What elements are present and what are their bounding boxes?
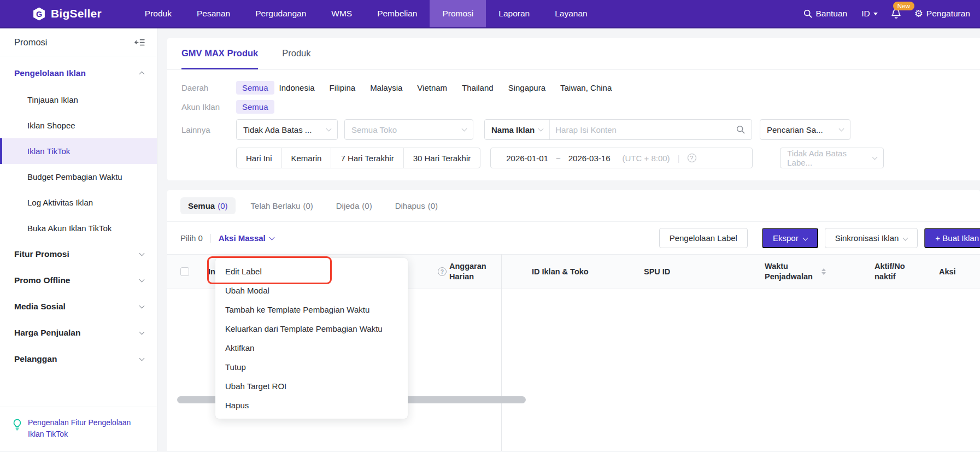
help-icon[interactable]: ? [688,154,696,162]
column-id-iklan-toko: ID Iklan & Toko [501,267,624,276]
status-tabs: Semua (0) Telah Berlaku (0) Dijeda (0) D… [167,190,980,222]
sidebar-item-log-aktivitas-iklan[interactable]: Log Aktivitas Iklan [0,190,157,215]
daerah-option-taiwan-china[interactable]: Taiwan, China [560,81,612,95]
preset-kemarin[interactable]: Kemarin [282,148,332,168]
date-range-picker[interactable]: 2026-01-01 ~ 2026-03-16 (UTC + 8:00) | ? [490,148,753,168]
sync-ads-button[interactable]: Sinkronisasi Iklan [825,228,918,248]
timezone-label: (UTC + 8:00) [622,154,670,163]
language-selector[interactable]: ID [857,9,882,19]
status-tab-telah-berlaku[interactable]: Telah Berlaku (0) [243,197,321,214]
bigseller-logo[interactable]: G BigSeller [0,0,115,27]
akun-option-semua[interactable]: Semua [236,100,274,114]
filter-label-akun-iklan: Akun Iklan [181,102,236,111]
sidebar-section-pelanggan[interactable]: Pelanggan [0,346,157,372]
sidebar-section-fitur-promosi[interactable]: Fitur Promosi [0,241,157,267]
gear-icon: ⚙ [914,9,923,19]
label-filter-select[interactable]: Tidak Ada Batas Labe... [780,148,884,168]
chevron-down-icon [538,126,544,132]
chevron-down-icon [462,126,467,132]
help-link[interactable]: Bantuan [799,9,852,19]
column-aksi: Aksi [926,267,975,276]
chevron-down-icon [872,155,878,160]
menu-item-tutup[interactable]: Tutup [215,357,408,377]
help-label: Bantuan [815,9,847,19]
search-field-select[interactable]: Nama Iklan [485,120,550,139]
chevron-down-icon [326,126,332,132]
nav-item-laporan[interactable]: Laporan [486,0,542,27]
nav-item-pergudangan[interactable]: Pergudangan [243,0,319,27]
status-tab-dijeda[interactable]: Dijeda (0) [328,197,380,214]
column-aktif-nonaktif: Aktif/No naktif [865,261,926,282]
menu-item-aktifkan[interactable]: Aktifkan [215,338,408,357]
sidebar-item-buka-akun-iklan-tiktok[interactable]: Buka Akun Iklan TikTok [0,215,157,241]
search-icon[interactable] [730,120,752,139]
nav-item-wms[interactable]: WMS [319,0,365,27]
status-tab-dihapus[interactable]: Dihapus (0) [388,197,445,214]
sidebar-footer: Pengenalan Fitur Pengelolaan Iklan TikTo… [0,407,157,451]
sidebar-section-label: Media Sosial [14,302,66,312]
lightbulb-icon [12,419,22,431]
select-all-checkbox[interactable] [180,267,189,276]
column-anggaran-harian: ? Anggaran Harian [438,261,501,282]
nav-item-pembelian[interactable]: Pembelian [365,0,430,27]
menu-item-keluarkan-template[interactable]: Keluarkan dari Template Pembagian Waktu [215,319,408,338]
settings-link[interactable]: ⚙ Pengaturan [910,9,975,19]
status-tab-semua[interactable]: Semua (0) [180,197,236,214]
menu-item-hapus[interactable]: Hapus [215,396,408,415]
divider [210,234,211,243]
sidebar-group-pengelolaan-iklan[interactable]: Pengelolaan Iklan [0,60,157,87]
daerah-option-indonesia[interactable]: Indonesia [279,81,315,95]
daerah-option-filipina[interactable]: Filipina [330,81,356,95]
language-value: ID [861,9,870,19]
svg-text:G: G [36,9,42,18]
sidebar-section-label: Pelanggan [14,354,57,364]
search-scope-select[interactable]: Pencarian Sa... [760,119,850,140]
menu-item-edit-label[interactable]: Edit Label [215,262,408,281]
budget-filter-select[interactable]: Tidak Ada Batas ... [236,119,338,140]
daerah-option-malaysia[interactable]: Malaysia [370,81,402,95]
menu-item-tambah-template[interactable]: Tambah ke Template Pembagian Waktu [215,300,408,319]
sort-icon[interactable] [821,268,826,275]
sidebar-item-budget-pembagian-waktu[interactable]: Budget Pembagian Waktu [0,164,157,190]
preset-7-hari[interactable]: 7 Hari Terakhir [331,148,403,168]
nav-item-layanan[interactable]: Layanan [542,0,600,27]
nav-item-produk[interactable]: Produk [132,0,184,27]
sidebar-item-tinjauan-iklan[interactable]: Tinjauan Iklan [0,87,157,113]
column-label: Waktu Penjadwalan [765,261,817,282]
sidebar-section-media-sosial[interactable]: Media Sosial [0,293,157,320]
notifications-button[interactable]: New [888,8,905,19]
export-button[interactable]: Ekspor [762,228,818,248]
tab-produk[interactable]: Produk [282,38,310,69]
nav-item-promosi[interactable]: Promosi [430,0,486,27]
sidebar-item-iklan-tiktok[interactable]: Iklan TikTok [0,138,157,164]
daerah-option-semua[interactable]: Semua [236,81,274,95]
menu-item-ubah-target-roi[interactable]: Ubah Target ROI [215,377,408,396]
tab-gmv-max-produk[interactable]: GMV MAX Produk [181,38,258,69]
date-end[interactable]: 2026-03-16 [568,154,611,163]
toko-filter-select[interactable]: Semua Toko [344,119,473,140]
sidebar-item-iklan-shopee[interactable]: Iklan Shopee [0,113,157,138]
menu-item-ubah-modal[interactable]: Ubah Modal [215,281,408,300]
daerah-option-thailand[interactable]: Thailand [462,81,494,95]
preset-30-hari[interactable]: 30 Hari Terakhir [404,148,480,168]
nav-item-pesanan[interactable]: Pesanan [184,0,243,27]
selected-count: Pilih 0 [180,233,203,243]
date-start[interactable]: 2026-01-01 [506,154,548,163]
sidebar-section-harga-penjualan[interactable]: Harga Penjualan [0,320,157,346]
collapse-sidebar-icon[interactable] [134,38,145,46]
preset-hari-ini[interactable]: Hari Ini [237,148,282,168]
filter-row-lainnya: Lainnya Tidak Ada Batas ... Semua Toko N… [181,119,966,140]
bulk-action-dropdown[interactable]: Aksi Massal [219,233,274,243]
daerah-option-singapura[interactable]: Singapura [508,81,545,95]
sync-label: Sinkronisasi Iklan [835,233,899,243]
sidebar-section-label: Promo Offline [14,275,70,285]
sidebar-section-promo-offline[interactable]: Promo Offline [0,267,157,293]
feature-intro-link[interactable]: Pengenalan Fitur Pengelolaan Iklan TikTo… [28,417,137,440]
search-input[interactable] [550,120,730,139]
chevron-down-icon [269,234,274,240]
daerah-option-vietnam[interactable]: Vietnam [417,81,447,95]
help-icon[interactable]: ? [438,267,447,276]
label-management-button[interactable]: Pengelolaan Label [659,228,748,248]
create-ad-button[interactable]: + Buat Iklan [924,228,980,248]
date-presets: Hari Ini Kemarin 7 Hari Terakhir 30 Hari… [236,148,480,168]
